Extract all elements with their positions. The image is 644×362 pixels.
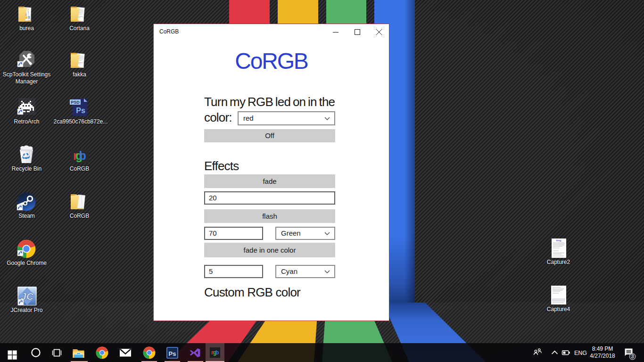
svg-text:PSD: PSD: [71, 100, 80, 105]
svg-text:b: b: [215, 349, 219, 356]
svg-text:bing: bing: [556, 239, 561, 242]
svg-text:b: b: [79, 149, 86, 162]
svg-text:Ps: Ps: [169, 350, 176, 357]
svg-text:3: 3: [631, 354, 634, 359]
svg-text:Ps: Ps: [76, 107, 85, 115]
